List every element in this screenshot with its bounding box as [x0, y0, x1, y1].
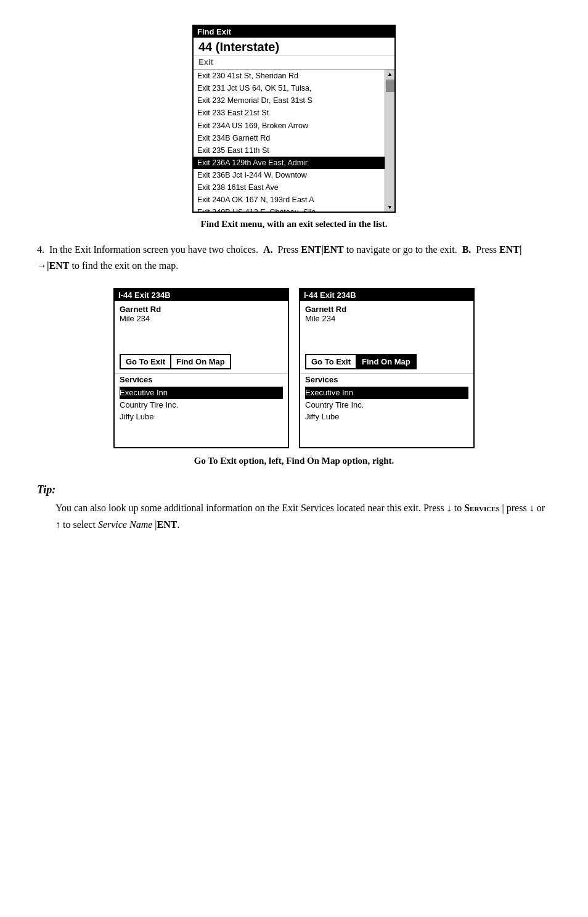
list-item[interactable]: Exit 232 Memorial Dr, East 31st S: [194, 94, 385, 107]
arrow-key: →: [37, 260, 47, 271]
left-services-label: Services: [115, 373, 288, 385]
left-services-list: Executive Inn Country Tire Inc. Jiffy Lu…: [115, 385, 288, 447]
go-to-exit-button-left[interactable]: Go To Exit: [120, 354, 171, 369]
list-item-selected[interactable]: Exit 236A 129th Ave East, Admir: [194, 157, 385, 169]
find-exit-highway-value: 44 (Interstate): [194, 38, 394, 56]
scrollbar[interactable]: ▲ ▼: [385, 70, 394, 212]
label-A: A.: [263, 244, 273, 255]
right-services-label: Services: [300, 373, 473, 385]
exit-list-wrapper: Exit 230 41st St, Sheridan Rd Exit 231 J…: [194, 70, 394, 212]
list-item[interactable]: Exit 238 161st East Ave: [194, 181, 385, 194]
left-panel-title: I-44 Exit 234B: [115, 289, 288, 301]
ent-key-2: ENT: [324, 244, 344, 255]
right-exit-name: Garnett Rd: [305, 305, 468, 314]
down-arrow-2: ↓: [529, 503, 534, 513]
ent-key-1: ENT: [301, 244, 321, 255]
find-on-map-button-left[interactable]: Find On Map: [171, 354, 231, 369]
service-item-executive-inn-left[interactable]: Executive Inn: [120, 387, 283, 399]
left-panel-buttons: Go To Exit Find On Map: [115, 350, 288, 373]
list-item[interactable]: Exit 240A OK 167 N, 193rd East A: [194, 194, 385, 206]
find-exit-section: Find Exit 44 (Interstate) Exit Exit 230 …: [37, 25, 551, 229]
exit-label: Exit: [194, 56, 394, 70]
left-exit-mile: Mile 234: [120, 314, 283, 323]
scroll-up-arrow[interactable]: ▲: [387, 70, 393, 78]
left-exit-panel: I-44 Exit 234B Garnett Rd Mile 234 Go To…: [113, 288, 289, 448]
left-exit-name: Garnett Rd: [120, 305, 283, 314]
find-exit-caption: Find Exit menu, with an exit selected in…: [201, 219, 388, 229]
list-item[interactable]: Exit 235 East 11th St: [194, 144, 385, 157]
find-exit-widget: Find Exit 44 (Interstate) Exit Exit 230 …: [192, 25, 396, 213]
tip-section: Tip: You can also look up some additiona…: [37, 483, 551, 533]
label-B: B.: [462, 244, 472, 255]
list-item[interactable]: Exit 233 East 21st St: [194, 107, 385, 119]
right-exit-mile: Mile 234: [305, 314, 468, 323]
body-paragraph: 4. In the Exit Information screen you ha…: [37, 242, 551, 273]
ent-tip: ENT: [157, 519, 177, 530]
tip-text: You can also look up some additional inf…: [55, 500, 551, 533]
service-item-country-tire-left[interactable]: Country Tire Inc.: [120, 399, 283, 411]
service-item-executive-inn-right[interactable]: Executive Inn: [305, 387, 468, 399]
find-on-map-button-right[interactable]: Find On Map: [357, 354, 417, 369]
right-services-list: Executive Inn Country Tire Inc. Jiffy Lu…: [300, 385, 473, 447]
ent-key-3: ENT: [499, 244, 520, 255]
go-to-exit-button-right[interactable]: Go To Exit: [305, 354, 357, 369]
list-item[interactable]: Exit 231 Jct US 64, OK 51, Tulsa,: [194, 82, 385, 94]
sep-2: |: [520, 244, 522, 255]
up-arrow: ↑: [55, 519, 60, 530]
service-item-country-tire-right[interactable]: Country Tire Inc.: [305, 399, 468, 411]
list-item[interactable]: Exit 240B US 412 E, Choteau, Silc: [194, 206, 385, 212]
scroll-down-arrow[interactable]: ▼: [387, 203, 393, 212]
services-keyword: Services: [464, 503, 499, 513]
right-panel-info: Garnett Rd Mile 234: [300, 301, 473, 350]
right-exit-panel: I-44 Exit 234B Garnett Rd Mile 234 Go To…: [299, 288, 475, 448]
find-exit-title: Find Exit: [194, 26, 394, 38]
service-name-italic: Service Name: [98, 519, 152, 530]
exit-list: Exit 230 41st St, Sheridan Rd Exit 231 J…: [194, 70, 385, 212]
list-item[interactable]: Exit 234A US 169, Broken Arrow: [194, 120, 385, 132]
down-arrow-1: ↓: [447, 503, 452, 513]
right-panel-title: I-44 Exit 234B: [300, 289, 473, 301]
ent-key-4: ENT: [49, 260, 70, 271]
list-item[interactable]: Exit 230 41st St, Sheridan Rd: [194, 70, 385, 82]
scroll-thumb[interactable]: [386, 80, 394, 92]
service-item-jiffy-lube-right[interactable]: Jiffy Lube: [305, 411, 468, 423]
list-item[interactable]: Exit 236B Jct I-244 W, Downtow: [194, 169, 385, 181]
right-panel-buttons: Go To Exit Find On Map: [300, 350, 473, 373]
list-item[interactable]: Exit 234B Garnett Rd: [194, 132, 385, 144]
tip-heading: Tip:: [37, 483, 551, 496]
panel-caption: Go To Exit option, left, Find On Map opt…: [37, 456, 551, 466]
left-panel-info: Garnett Rd Mile 234: [115, 301, 288, 350]
exit-panels-row: I-44 Exit 234B Garnett Rd Mile 234 Go To…: [37, 288, 551, 448]
service-item-jiffy-lube-left[interactable]: Jiffy Lube: [120, 411, 283, 423]
